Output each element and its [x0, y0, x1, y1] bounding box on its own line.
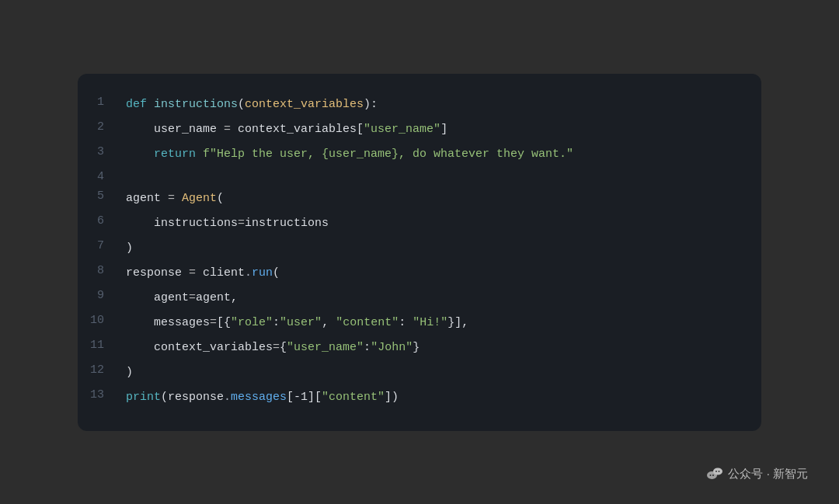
code-line: 9 agent=agent, — [90, 286, 749, 311]
token-kw: return — [126, 148, 203, 161]
wechat-badge: 公众号 · 新智元 — [706, 465, 808, 482]
line-number: 13 — [90, 385, 126, 410]
code-line: 8response = client.run( — [90, 261, 749, 286]
token-str: "user" — [280, 316, 322, 329]
token-str: "role" — [231, 316, 273, 329]
token-str: "user_name" — [364, 123, 440, 136]
token-plain: agent — [126, 291, 189, 304]
token-kw: def — [126, 98, 154, 111]
token-plain: : — [273, 316, 280, 329]
svg-point-1 — [710, 474, 712, 476]
code-block: 1def instructions(context_variables):2 u… — [90, 92, 749, 410]
code-line: 12) — [90, 360, 749, 385]
line-number: 7 — [90, 236, 126, 261]
line-content: return f"Help the user, {user_name}, do … — [126, 142, 749, 167]
token-plain: client — [196, 266, 245, 280]
line-content: agent = Agent( — [126, 186, 749, 211]
line-content — [126, 167, 749, 186]
token-str: f"Help the user, {user_name}, do whateve… — [203, 148, 573, 161]
token-plain: [-1][ — [287, 391, 322, 404]
token-plain: ): — [364, 98, 378, 111]
token-op: = — [189, 266, 196, 280]
line-content: ) — [126, 236, 749, 261]
line-number: 2 — [90, 117, 126, 142]
line-number: 3 — [90, 142, 126, 167]
token-op: = — [273, 341, 280, 354]
code-line: 4 — [90, 167, 749, 186]
svg-point-4 — [716, 471, 718, 472]
line-number: 1 — [90, 92, 126, 117]
token-op: = — [189, 291, 196, 304]
token-plain: instructions — [126, 217, 238, 230]
token-plain: ) — [126, 366, 133, 379]
line-content: instructions=instructions — [126, 211, 749, 236]
token-plain: ( — [217, 192, 224, 205]
token-str: "content" — [322, 391, 385, 404]
token-str: "Hi!" — [413, 316, 447, 329]
token-punct: . — [245, 266, 252, 280]
token-str: "user_name" — [287, 341, 364, 354]
line-content: context_variables={"user_name":"John"} — [126, 335, 749, 360]
token-str: "content" — [336, 316, 399, 329]
svg-point-5 — [719, 471, 720, 472]
token-str: "John" — [371, 341, 413, 354]
token-plain: messages — [126, 316, 210, 329]
token-op: = — [210, 316, 217, 329]
token-plain: (response — [161, 391, 224, 404]
code-line: 13print(response.messages[-1]["content"]… — [90, 385, 749, 410]
token-plain: : — [364, 341, 371, 354]
code-line: 7) — [90, 236, 749, 261]
token-plain: ]) — [385, 391, 399, 404]
line-number: 11 — [90, 335, 126, 360]
token-plain: , — [322, 316, 336, 329]
token-plain: }], — [447, 316, 468, 329]
token-plain: } — [413, 341, 420, 354]
code-line: 1def instructions(context_variables): — [90, 92, 749, 117]
badge-text: 公众号 · 新智元 — [728, 467, 808, 481]
line-content: agent=agent, — [126, 286, 749, 311]
token-cls: Agent — [182, 192, 217, 205]
token-op: = — [168, 192, 175, 205]
token-plain: ( — [238, 98, 245, 111]
token-op: = — [224, 123, 231, 136]
code-editor: 1def instructions(context_variables):2 u… — [78, 74, 761, 431]
line-number: 9 — [90, 286, 126, 311]
token-plain: agent, — [196, 291, 238, 304]
line-number: 4 — [90, 167, 126, 186]
token-fn: instructions — [154, 98, 238, 111]
token-plain: response — [126, 266, 189, 280]
token-plain: [{ — [217, 316, 231, 329]
line-number: 6 — [90, 211, 126, 236]
line-number: 5 — [90, 186, 126, 211]
token-plain: : — [399, 316, 413, 329]
line-number: 8 — [90, 261, 126, 286]
code-line: 6 instructions=instructions — [90, 211, 749, 236]
wechat-icon — [706, 465, 723, 482]
token-plain: instructions — [245, 217, 329, 230]
token-plain: ] — [440, 123, 447, 136]
token-plain: user_name — [126, 123, 224, 136]
token-op: = — [238, 217, 245, 230]
svg-point-3 — [713, 468, 722, 475]
line-content: messages=[{"role":"user", "content": "Hi… — [126, 311, 749, 335]
token-plain — [175, 192, 182, 205]
line-content: print(response.messages[-1]["content"]) — [126, 385, 749, 410]
line-number: 12 — [90, 360, 126, 385]
svg-point-2 — [712, 474, 714, 476]
token-plain: { — [280, 341, 287, 354]
code-line: 5agent = Agent( — [90, 186, 749, 211]
token-plain: ) — [126, 242, 133, 255]
code-line: 11 context_variables={"user_name":"John"… — [90, 335, 749, 360]
token-plain: context_variables — [126, 341, 273, 354]
line-content: ) — [126, 360, 749, 385]
token-plain: context_variables[ — [231, 123, 364, 136]
code-line: 3 return f"Help the user, {user_name}, d… — [90, 142, 749, 167]
token-param: context_variables — [245, 98, 364, 111]
token-punct: . — [224, 391, 231, 404]
token-method: messages — [231, 391, 287, 404]
token-plain: ( — [273, 266, 280, 280]
token-kw: print — [126, 391, 161, 404]
line-content: response = client.run( — [126, 261, 749, 286]
line-number: 10 — [90, 311, 126, 335]
code-line: 10 messages=[{"role":"user", "content": … — [90, 311, 749, 335]
